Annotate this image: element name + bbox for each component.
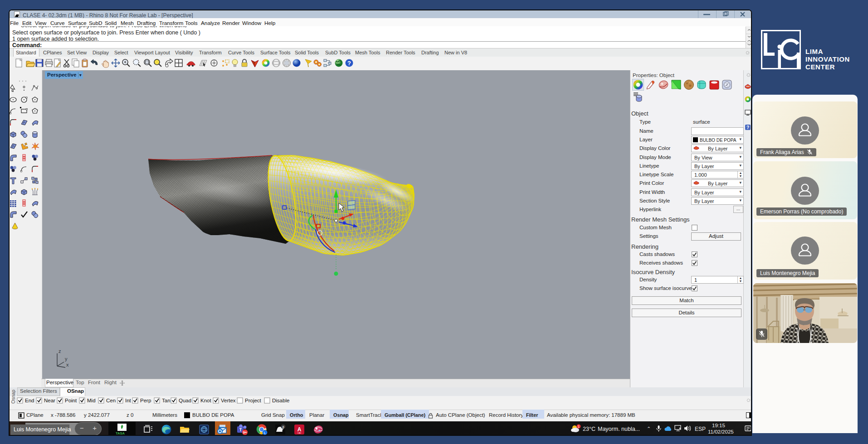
svg-text:LIMA: LIMA bbox=[805, 48, 823, 55]
svg-text:CAD: CAD bbox=[297, 432, 302, 434]
svg-text:8: 8 bbox=[282, 425, 284, 429]
svg-text:y: y bbox=[65, 356, 68, 362]
svg-text:L: L bbox=[264, 431, 266, 435]
svg-text:CENTER: CENTER bbox=[805, 63, 835, 71]
svg-text:z: z bbox=[59, 348, 61, 354]
svg-text:x: x bbox=[66, 362, 69, 367]
svg-text:9+: 9+ bbox=[243, 430, 247, 434]
svg-text:1: 1 bbox=[578, 425, 580, 428]
svg-text:INNOVATION: INNOVATION bbox=[805, 55, 850, 63]
svg-text:?: ? bbox=[746, 125, 749, 130]
svg-text:?: ? bbox=[347, 60, 351, 67]
